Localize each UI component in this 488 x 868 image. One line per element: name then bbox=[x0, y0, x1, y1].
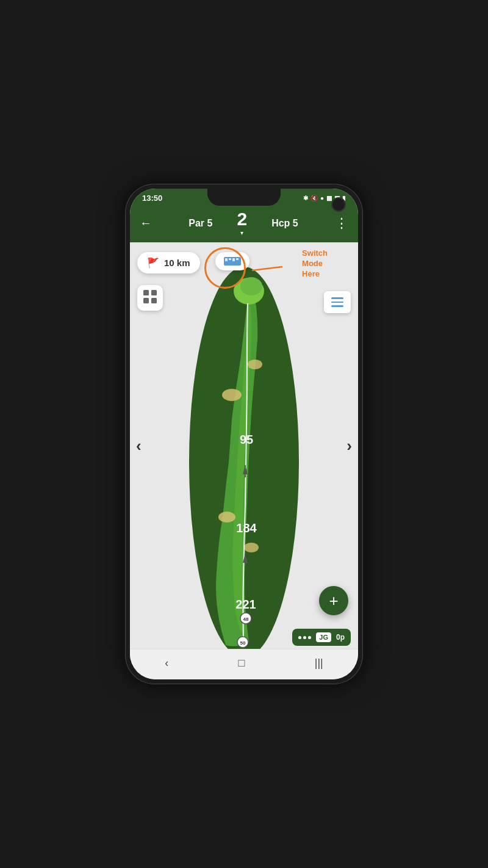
svg-rect-23 bbox=[225, 258, 228, 261]
hole-number: 2 bbox=[237, 210, 247, 228]
dot-2 bbox=[303, 636, 306, 639]
system-home-button[interactable]: □ bbox=[226, 654, 257, 672]
player-avatar: JG bbox=[316, 632, 331, 642]
scorecard-dots bbox=[298, 636, 311, 639]
grid-view-button[interactable] bbox=[137, 285, 163, 311]
player-score: 0p bbox=[336, 633, 345, 642]
hcp-label: Hcp 5 bbox=[271, 218, 298, 229]
svg-rect-30 bbox=[143, 298, 149, 303]
header-center: Par 5 2 ▾ Hcp 5 bbox=[188, 210, 298, 236]
phone-screen: 13:50 ✱ 🔇 ● ▩ ▩ ▮ ← Par 5 2 ▾ Hcp 5 ⋮ bbox=[130, 189, 358, 679]
notch bbox=[207, 189, 281, 206]
svg-rect-26 bbox=[236, 258, 239, 260]
flag-icon: 🚩 bbox=[147, 257, 159, 269]
svg-rect-25 bbox=[232, 258, 235, 261]
system-recents-button[interactable]: ||| bbox=[303, 654, 336, 672]
wifi-icon: ▩ bbox=[326, 195, 332, 201]
svg-point-3 bbox=[218, 512, 235, 523]
grid-icon bbox=[143, 290, 157, 303]
next-hole-button[interactable]: › bbox=[346, 436, 352, 455]
app-header: ← Par 5 2 ▾ Hcp 5 ⋮ bbox=[130, 205, 358, 242]
mute-icon: 🔇 bbox=[310, 195, 318, 201]
bottom-navigation: ‹ □ ||| bbox=[130, 649, 358, 679]
menu-button[interactable] bbox=[324, 291, 351, 313]
distance-button[interactable]: 🚩 10 km bbox=[137, 252, 200, 273]
svg-point-1 bbox=[222, 389, 242, 401]
time-display: 13:50 bbox=[142, 193, 162, 203]
golf-hole-map: 95 184 221 48 50 58 bbox=[177, 255, 311, 649]
svg-point-2 bbox=[248, 360, 262, 369]
camera bbox=[331, 197, 346, 212]
par-label: Par 5 bbox=[188, 218, 212, 229]
svg-rect-29 bbox=[151, 290, 157, 295]
chevron-right-icon: › bbox=[346, 436, 352, 455]
phone-frame: 13:50 ✱ 🔇 ● ▩ ▩ ▮ ← Par 5 2 ▾ Hcp 5 ⋮ bbox=[125, 184, 363, 684]
svg-rect-28 bbox=[143, 290, 149, 295]
svg-rect-9 bbox=[245, 465, 246, 477]
svg-rect-31 bbox=[151, 298, 157, 303]
previous-hole-button[interactable]: ‹ bbox=[136, 436, 142, 455]
svg-text:221: 221 bbox=[235, 598, 256, 611]
dot-3 bbox=[308, 636, 311, 639]
switch-mode-annotation: SwitchModeHere bbox=[302, 248, 328, 280]
annotation-label: SwitchModeHere bbox=[302, 248, 328, 278]
add-button[interactable]: + bbox=[319, 586, 348, 615]
svg-rect-24 bbox=[229, 258, 231, 260]
svg-point-6 bbox=[240, 277, 262, 295]
ruler-icon bbox=[224, 257, 241, 266]
location-icon: ● bbox=[320, 195, 324, 201]
svg-text:48: 48 bbox=[243, 617, 249, 622]
svg-text:50: 50 bbox=[240, 640, 246, 646]
dot-1 bbox=[298, 636, 301, 639]
hamburger-icon bbox=[331, 297, 343, 307]
bluetooth-icon: ✱ bbox=[303, 195, 308, 201]
back-button[interactable]: ← bbox=[140, 216, 152, 230]
hole-number-badge: 2 ▾ bbox=[237, 210, 247, 236]
scorecard-strip[interactable]: JG 0p bbox=[292, 629, 351, 646]
more-options-button[interactable]: ⋮ bbox=[335, 215, 348, 231]
plus-icon: + bbox=[329, 591, 338, 610]
map-area: 95 184 221 48 50 58 bbox=[130, 242, 358, 649]
svg-text:95: 95 bbox=[240, 433, 253, 446]
distance-value: 10 km bbox=[164, 258, 190, 268]
chevron-down-icon[interactable]: ▾ bbox=[240, 230, 243, 236]
svg-rect-12 bbox=[245, 554, 246, 566]
chevron-left-icon: ‹ bbox=[136, 436, 142, 455]
svg-point-4 bbox=[244, 543, 259, 552]
system-back-button[interactable]: ‹ bbox=[152, 654, 181, 672]
mode-switch-button[interactable] bbox=[215, 252, 249, 270]
svg-text:184: 184 bbox=[236, 521, 257, 535]
